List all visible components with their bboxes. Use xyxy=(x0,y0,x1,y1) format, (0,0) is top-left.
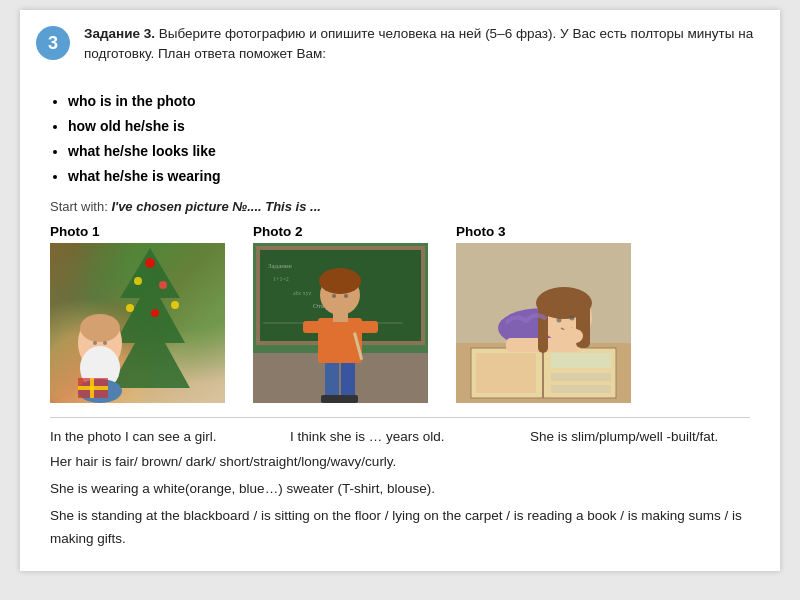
bullet-item-3: what he/she looks like xyxy=(68,139,750,164)
svg-point-6 xyxy=(151,309,159,317)
desc-col-1: In the photo I can see a girl. xyxy=(50,426,270,449)
task-number-badge: 3 xyxy=(36,26,70,60)
svg-rect-29 xyxy=(360,321,378,333)
desc-col-2: I think she is … years old. xyxy=(290,426,510,449)
svg-point-32 xyxy=(319,268,361,294)
photo-1-image xyxy=(50,243,225,403)
photo-3-label: Photo 3 xyxy=(456,224,506,239)
svg-rect-45 xyxy=(551,373,611,381)
svg-point-7 xyxy=(171,301,179,309)
svg-point-54 xyxy=(570,316,575,321)
photo-item-3: Photo 3 xyxy=(456,224,631,403)
svg-point-53 xyxy=(557,318,562,323)
photo-2-svg: Задание 1+1=2 abc xyz Ответ xyxy=(253,243,428,403)
svg-rect-51 xyxy=(538,303,548,353)
page: 3 Задание 3. Выберите фотографию и опиши… xyxy=(20,10,780,571)
svg-rect-26 xyxy=(341,358,355,400)
bullet-list: who is in the photo how old he/she is wh… xyxy=(68,89,750,190)
start-with-label: Start with: xyxy=(50,199,108,214)
descriptions-section: In the photo I can see a girl. I think s… xyxy=(50,426,750,551)
svg-rect-43 xyxy=(476,353,536,393)
photo-2-box[interactable]: Задание 1+1=2 abc xyz Ответ xyxy=(253,243,428,403)
desc-col-3: She is slim/plump/well -built/fat. xyxy=(530,426,750,449)
photo-2-image: Задание 1+1=2 abc xyz Ответ xyxy=(253,243,428,403)
svg-rect-46 xyxy=(551,385,611,393)
task-label: Задание 3. xyxy=(84,26,155,41)
start-with-text: Start with: I've chosen picture №.... Th… xyxy=(50,199,750,214)
svg-point-34 xyxy=(344,294,348,298)
svg-point-9 xyxy=(80,314,120,342)
photo-1-box[interactable] xyxy=(50,243,225,403)
photo-3-box[interactable] xyxy=(456,243,631,403)
main-content: who is in the photo how old he/she is wh… xyxy=(20,75,780,571)
task-header: 3 Задание 3. Выберите фотографию и опиши… xyxy=(20,10,780,75)
photo-1-svg xyxy=(50,243,225,403)
svg-text:Задание: Задание xyxy=(268,262,292,270)
photo-item-2: Photo 2 Задание 1+1=2 abc xyz Ответ xyxy=(253,224,428,403)
svg-point-33 xyxy=(332,294,336,298)
svg-text:1+1=2: 1+1=2 xyxy=(273,276,289,282)
svg-point-5 xyxy=(126,304,134,312)
bullet-item-1: who is in the photo xyxy=(68,89,750,114)
svg-rect-44 xyxy=(551,353,611,368)
bullet-item-4: what he/she is wearing xyxy=(68,164,750,189)
task-description: Выберите фотографию и опишите человека н… xyxy=(84,26,753,61)
svg-point-55 xyxy=(559,328,583,344)
svg-point-3 xyxy=(134,277,142,285)
svg-rect-25 xyxy=(325,358,339,400)
desc-activity: She is standing at the blackboard / is s… xyxy=(50,505,750,551)
photo-2-label: Photo 2 xyxy=(253,224,303,239)
bullet-item-2: how old he/she is xyxy=(68,114,750,139)
svg-point-2 xyxy=(145,258,155,268)
svg-point-13 xyxy=(103,341,107,345)
svg-text:abc xyz: abc xyz xyxy=(293,290,312,296)
divider xyxy=(50,417,750,418)
photo-3-svg xyxy=(456,243,631,403)
svg-rect-37 xyxy=(338,395,358,403)
desc-hair: Her hair is fair/ brown/ dark/ short/str… xyxy=(50,451,750,474)
start-with-italic: I've chosen picture №.... This is ... xyxy=(111,199,320,214)
svg-point-12 xyxy=(93,341,97,345)
desc-row-1: In the photo I can see a girl. I think s… xyxy=(50,426,750,449)
photo-3-image xyxy=(456,243,631,403)
desc-wearing: She is wearing a white(orange, blue…) sw… xyxy=(50,478,750,501)
svg-rect-28 xyxy=(303,321,321,333)
photos-row: Photo 1 xyxy=(50,224,750,403)
photo-item-1: Photo 1 xyxy=(50,224,225,403)
photo-1-label: Photo 1 xyxy=(50,224,100,239)
svg-rect-16 xyxy=(78,386,108,390)
svg-point-4 xyxy=(159,281,167,289)
task-instruction: Задание 3. Выберите фотографию и опишите… xyxy=(84,24,764,65)
